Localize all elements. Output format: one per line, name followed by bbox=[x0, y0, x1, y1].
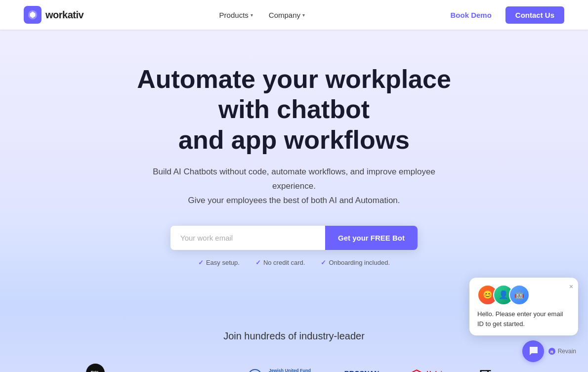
nav-company-label: Company bbox=[269, 11, 300, 19]
subtext-line1: Build AI Chatbots without code, automate… bbox=[153, 167, 435, 191]
form-badges: Easy setup. No credit card. Onboarding i… bbox=[24, 259, 564, 266]
holcim-icon bbox=[409, 368, 424, 372]
chat-avatar-3: 🤖 bbox=[509, 285, 530, 305]
contact-us-button[interactable]: Contact Us bbox=[505, 6, 564, 24]
logo-ft: FT FINANCIAL TIMES bbox=[458, 364, 512, 372]
navbar: workativ Products ▾ Company ▾ Book Demo … bbox=[0, 0, 588, 30]
svg-text:R: R bbox=[550, 350, 553, 354]
chat-avatars: 😊 👤 🤖 bbox=[477, 285, 570, 305]
logo[interactable]: workativ bbox=[24, 6, 84, 24]
logo-brosnan: BROSNAN PROTECTING YOUR WORLD bbox=[325, 366, 399, 372]
svg-point-1 bbox=[249, 370, 261, 372]
headline-line2: and app workflows bbox=[178, 125, 410, 154]
logo-juf: ✡ Jewish United FundEDUCATIONTOGETHER FO… bbox=[238, 364, 325, 372]
logo-aurora: ◆ auroraenergy bbox=[115, 369, 178, 372]
chat-bubble: × 😊 👤 🤖 Hello. Please enter your email I… bbox=[469, 278, 578, 335]
email-input[interactable] bbox=[170, 226, 325, 250]
chat-close-button[interactable]: × bbox=[569, 282, 573, 292]
svg-marker-3 bbox=[411, 370, 422, 372]
email-form: Get your FREE Bot bbox=[170, 226, 418, 250]
hero-subtext: Build AI Chatbots without code, automate… bbox=[151, 165, 437, 208]
chat-widget: × 😊 👤 🤖 Hello. Please enter your email I… bbox=[469, 278, 578, 362]
badge-card: No credit card. bbox=[255, 259, 305, 266]
revain-icon: R bbox=[548, 347, 556, 355]
nav-right: Book Demo Contact Us bbox=[440, 6, 564, 24]
nav-company[interactable]: Company ▾ bbox=[262, 7, 312, 23]
badge-onboarding: Onboarding included. bbox=[321, 259, 390, 266]
hero-section: Automate your workplace with chatbot and… bbox=[0, 30, 588, 306]
chat-open-button[interactable] bbox=[522, 340, 544, 362]
workativ-icon bbox=[27, 9, 38, 20]
logo-rcl: RCL FOODS bbox=[76, 360, 115, 372]
products-chevron-icon: ▾ bbox=[251, 12, 253, 18]
revain-branding: R Revain bbox=[548, 347, 576, 355]
chat-bubble-icon bbox=[528, 346, 539, 357]
logo-icon bbox=[24, 6, 42, 24]
juf-icon: ✡ bbox=[248, 369, 262, 372]
revain-label: Revain bbox=[558, 348, 576, 355]
get-bot-button[interactable]: Get your FREE Bot bbox=[325, 226, 418, 250]
nav-products[interactable]: Products ▾ bbox=[212, 7, 260, 23]
badge-setup: Easy setup. bbox=[198, 259, 240, 266]
chat-message: Hello. Please enter your email ID to get… bbox=[477, 309, 570, 329]
logo-hammer: HAMMER bbox=[178, 367, 238, 372]
subtext-line2: Give your employees the best of both AI … bbox=[188, 196, 400, 205]
logo-text: workativ bbox=[45, 9, 84, 21]
company-chevron-icon: ▾ bbox=[302, 12, 305, 18]
hero-headline: Automate your workplace with chatbot and… bbox=[121, 64, 467, 155]
nav-center: Products ▾ Company ▾ bbox=[212, 7, 312, 23]
nav-products-label: Products bbox=[219, 11, 249, 19]
logo-holcim: Holcim Philippines bbox=[399, 364, 458, 372]
headline-line1: Automate your workplace with chatbot bbox=[137, 65, 451, 124]
book-demo-button[interactable]: Book Demo bbox=[440, 6, 501, 24]
